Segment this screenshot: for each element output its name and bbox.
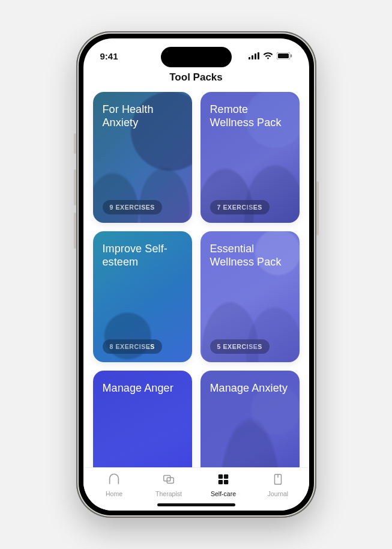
svg-rect-10 bbox=[224, 474, 228, 478]
pack-card[interactable]: Manage Anger bbox=[93, 371, 192, 467]
pack-title: For Health Anxiety bbox=[103, 103, 182, 130]
screen: 9:41 To bbox=[83, 38, 309, 511]
svg-rect-0 bbox=[249, 57, 250, 59]
battery-icon bbox=[277, 52, 292, 59]
svg-rect-11 bbox=[219, 480, 223, 484]
page-title: Tool Packs bbox=[83, 67, 309, 92]
pack-card[interactable]: Improve Self-esteem8 EXERCISES bbox=[93, 231, 192, 362]
svg-rect-9 bbox=[219, 474, 223, 478]
exercise-count-badge: 9 EXERCISES bbox=[103, 200, 162, 214]
exercise-count-badge: 7 EXERCISES bbox=[210, 200, 270, 214]
pack-title: Remote Wellness Pack bbox=[210, 103, 290, 130]
dynamic-island bbox=[161, 47, 232, 67]
tab-self-care[interactable]: Self-care bbox=[196, 473, 251, 497]
tab-therapist[interactable]: Therapist bbox=[142, 473, 196, 497]
therapist-icon bbox=[161, 473, 176, 488]
pack-card[interactable]: For Health Anxiety9 EXERCISES bbox=[93, 92, 192, 223]
power-button bbox=[316, 181, 319, 235]
volume-up-button bbox=[74, 169, 76, 205]
tab-journal[interactable]: Journal bbox=[251, 473, 306, 497]
content-area: For Health Anxiety9 EXERCISESRemote Well… bbox=[83, 92, 309, 467]
mute-switch bbox=[74, 133, 76, 154]
svg-rect-2 bbox=[255, 53, 256, 59]
tab-label: Home bbox=[106, 490, 122, 497]
pack-title: Improve Self-esteem bbox=[103, 242, 182, 269]
pack-grid: For Health Anxiety9 EXERCISESRemote Well… bbox=[93, 92, 300, 467]
tab-label: Self-care bbox=[211, 490, 236, 497]
pack-card[interactable]: Essential Wellness Pack5 EXERCISES bbox=[201, 231, 300, 362]
tab-bar: HomeTherapistSelf-careJournal bbox=[83, 467, 309, 500]
svg-rect-3 bbox=[258, 52, 259, 59]
tab-label: Journal bbox=[268, 490, 288, 497]
volume-down-button bbox=[74, 213, 76, 249]
home-icon bbox=[107, 473, 121, 488]
status-time: 9:41 bbox=[100, 51, 118, 61]
svg-rect-12 bbox=[224, 480, 228, 484]
cellular-icon bbox=[249, 52, 259, 59]
home-indicator bbox=[83, 500, 309, 511]
tab-home[interactable]: Home bbox=[87, 473, 142, 497]
svg-rect-1 bbox=[252, 55, 253, 59]
pack-title: Manage Anger bbox=[103, 381, 182, 395]
pack-title: Manage Anxiety bbox=[210, 381, 290, 395]
journal-icon bbox=[271, 473, 285, 488]
svg-rect-6 bbox=[291, 55, 292, 58]
pack-card[interactable]: Remote Wellness Pack7 EXERCISES bbox=[201, 92, 300, 223]
self-care-icon bbox=[216, 473, 231, 488]
exercise-count-badge: 5 EXERCISES bbox=[210, 339, 270, 354]
tab-label: Therapist bbox=[155, 490, 182, 497]
pack-card[interactable]: Manage Anxiety bbox=[201, 371, 300, 467]
phone-frame: 9:41 To bbox=[76, 31, 316, 518]
svg-rect-5 bbox=[278, 53, 289, 58]
exercise-count-badge: 8 EXERCISES bbox=[103, 339, 162, 354]
wifi-icon bbox=[263, 52, 273, 59]
status-indicators bbox=[249, 52, 292, 59]
pack-title: Essential Wellness Pack bbox=[210, 242, 290, 269]
